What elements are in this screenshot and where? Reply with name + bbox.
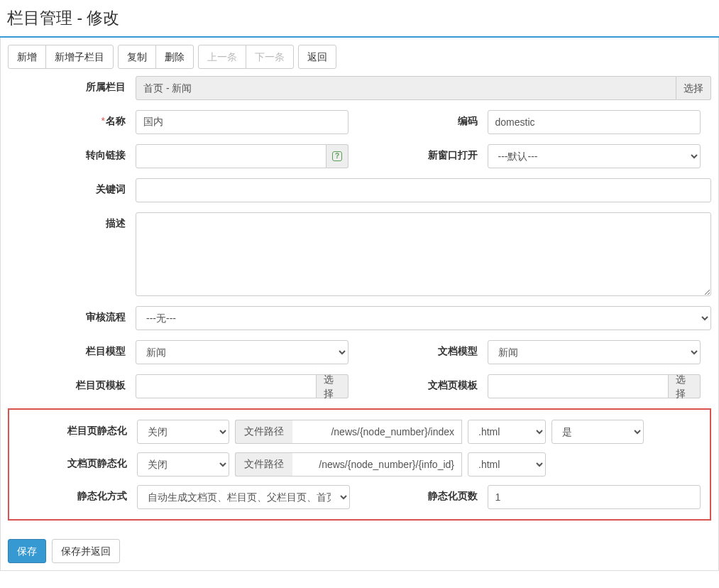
static-method-label: 静态化方式 (9, 485, 137, 509)
parent-label: 所属栏目 (8, 76, 136, 94)
doc-tpl-input[interactable] (488, 374, 669, 398)
keywords-label: 关键词 (8, 178, 136, 196)
workflow-select[interactable]: ---无--- (136, 306, 711, 330)
file-path-label: 文件路径 (235, 420, 292, 444)
doc-model-select[interactable]: 新闻 (488, 340, 701, 364)
code-input[interactable] (488, 110, 701, 134)
static-pages-label: 静态化页数 (360, 485, 488, 509)
prev-button: 上一条 (198, 45, 246, 69)
footer-buttons: 保存 保存并返回 (1, 532, 718, 570)
delete-button[interactable]: 删除 (155, 45, 194, 69)
node-tpl-input[interactable] (136, 374, 317, 398)
parent-value: 首页 - 新闻 (136, 76, 676, 100)
add-sub-button[interactable]: 新增子栏目 (45, 45, 114, 69)
save-button[interactable]: 保存 (8, 539, 46, 563)
node-model-select[interactable]: 新闻 (136, 340, 348, 364)
static-pages-input[interactable] (488, 485, 701, 509)
keywords-input[interactable] (136, 178, 711, 202)
next-button: 下一条 (246, 45, 294, 69)
redirect-input[interactable] (136, 144, 326, 168)
node-tpl-label: 栏目页模板 (8, 374, 136, 398)
parent-select-button[interactable]: 选择 (676, 76, 711, 100)
doc-static-label: 文档页静态化 (9, 452, 137, 470)
description-textarea[interactable] (136, 212, 711, 296)
help-icon: ? (332, 151, 342, 161)
new-window-select[interactable]: ---默认--- (488, 144, 701, 168)
node-model-label: 栏目模型 (8, 340, 136, 364)
doc-static-path-input[interactable] (292, 452, 462, 477)
description-label: 描述 (8, 212, 136, 230)
page-title: 栏目管理 - 修改 (0, 0, 719, 38)
static-settings-box: 栏目页静态化 关闭 文件路径 .html 是 (8, 408, 711, 521)
node-static-label: 栏目页静态化 (9, 420, 137, 437)
name-label: *名称 (8, 110, 136, 134)
redirect-label: 转向链接 (8, 144, 136, 168)
copy-button[interactable]: 复制 (118, 45, 156, 69)
node-tpl-select-button[interactable]: 选择 (317, 374, 348, 398)
doc-tpl-label: 文档页模板 (360, 374, 488, 398)
add-button[interactable]: 新增 (8, 45, 46, 69)
doc-static-ext-select[interactable]: .html (468, 452, 546, 477)
redirect-help-button[interactable]: ? (326, 144, 348, 168)
file-path-label-2: 文件路径 (235, 452, 292, 477)
back-button[interactable]: 返回 (298, 45, 336, 69)
code-label: 编码 (360, 110, 488, 134)
node-static-ext-select[interactable]: .html (468, 420, 546, 444)
static-method-select[interactable]: 自动生成文档页、栏目页、父栏目页、首页 (137, 485, 350, 509)
toolbar: 新增 新增子栏目 复制 删除 上一条 下一条 返回 (1, 38, 718, 76)
doc-tpl-select-button[interactable]: 选择 (669, 374, 701, 398)
workflow-label: 审核流程 (8, 306, 136, 324)
save-back-button[interactable]: 保存并返回 (52, 539, 120, 563)
node-static-enable-select[interactable]: 关闭 (137, 420, 229, 444)
doc-model-label: 文档模型 (360, 340, 488, 364)
name-input[interactable] (136, 110, 348, 134)
node-static-def-select[interactable]: 是 (551, 420, 644, 444)
new-window-label: 新窗口打开 (360, 144, 488, 168)
doc-static-enable-select[interactable]: 关闭 (137, 452, 229, 477)
node-static-path-input[interactable] (292, 420, 462, 444)
